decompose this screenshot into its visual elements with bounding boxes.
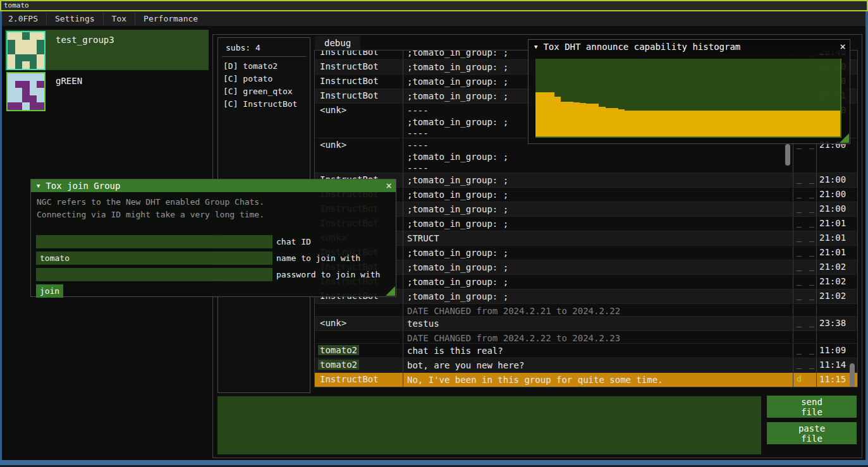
sender-name: tomato2 <box>318 360 359 370</box>
chat-id-label: chat ID <box>276 235 311 248</box>
paste-file-button[interactable]: paste file <box>767 422 857 444</box>
resize-grip[interactable] <box>840 133 849 143</box>
collapse-icon[interactable]: ▼ <box>534 44 537 50</box>
avatar-pixel <box>15 40 23 47</box>
collapse-icon[interactable]: ▼ <box>37 183 40 189</box>
close-icon[interactable]: × <box>386 181 392 191</box>
subs-member[interactable]: [C] potato <box>223 73 310 85</box>
close-icon[interactable]: × <box>840 42 846 52</box>
avatar-pixel <box>22 81 30 88</box>
group-avatar <box>6 31 46 70</box>
histogram-bar <box>644 111 650 136</box>
chat-id-input[interactable] <box>36 235 272 248</box>
histogram-window-titlebar[interactable]: ▼ Tox DHT announce capability histogram … <box>529 40 850 54</box>
sender-name: InstructBot <box>318 61 381 71</box>
avatar-pixel <box>22 73 30 81</box>
join-window-titlebar[interactable]: ▼ Tox join Group × <box>31 179 396 192</box>
sender-cell: <unk> <box>315 317 403 331</box>
delivered-mark: d <box>797 374 803 384</box>
timestamp-cell: 21:01 <box>816 231 847 245</box>
avatar-pixel <box>8 95 15 103</box>
sender-cell: <unk> <box>315 138 403 173</box>
avatar-pixel <box>37 61 44 69</box>
message-input[interactable] <box>217 396 761 454</box>
message-cell: testus <box>403 317 793 331</box>
message-cell: DATE CHANGED from 2024.2.21 to 2024.2.22 <box>403 304 793 316</box>
histogram-bar <box>682 111 688 136</box>
group-item-test_group3[interactable]: test_group3 <box>5 30 209 70</box>
message-cell: ;tomato_in_group: ; <box>403 289 793 303</box>
scrollbar-thumb[interactable] <box>785 144 790 166</box>
avatar-pixel <box>37 81 44 88</box>
avatar-pixel <box>37 88 44 95</box>
sender-name: <unk> <box>318 105 348 115</box>
join-name-input[interactable] <box>36 252 272 265</box>
avatar-pixel <box>30 102 37 110</box>
message-cell: ;tomato_in_group: ; <box>403 188 793 202</box>
timestamp-cell: 11:15 <box>816 373 847 387</box>
histogram-bar <box>561 102 567 136</box>
message-row[interactable]: <unk>testus_ _23:38 <box>315 317 857 331</box>
avatar-pixel <box>30 61 37 69</box>
window-titlebar[interactable]: tomato <box>0 0 868 11</box>
subs-member[interactable]: [C] InstructBot <box>223 98 310 111</box>
histogram-bar <box>618 109 625 136</box>
date-separator-row[interactable]: DATE CHANGED from 2024.2.22 to 2024.2.23 <box>315 331 857 344</box>
histogram-bar <box>802 111 809 136</box>
avatar-pixel <box>15 54 23 62</box>
menu-tox[interactable]: Tox <box>104 11 135 26</box>
resize-grip[interactable] <box>386 286 395 296</box>
histogram-bar <box>726 111 732 136</box>
avatar-pixel <box>37 95 44 103</box>
subs-count: subs: 4 <box>218 38 310 56</box>
timestamp-cell: 11:14 <box>816 358 847 372</box>
send-file-button[interactable]: send file <box>767 396 857 418</box>
avatar-pixel <box>15 32 23 40</box>
app-window: tomato 2.0FPS Settings Tox Performance t… <box>0 0 868 467</box>
histogram-window[interactable]: ▼ Tox DHT announce capability histogram … <box>528 39 850 144</box>
histogram-bar <box>637 111 644 136</box>
status-cell: _ _ <box>793 260 816 274</box>
histogram-bar <box>554 97 561 136</box>
join-password-label: password to join with <box>276 268 380 281</box>
menu-settings[interactable]: Settings <box>47 11 103 26</box>
join-group-window[interactable]: ▼ Tox join Group × NGC refers to the New… <box>30 179 396 297</box>
histogram-bar <box>694 111 700 136</box>
status-cell: _ _ <box>793 246 816 260</box>
join-button[interactable]: join <box>36 284 63 298</box>
histogram-bar <box>606 108 612 136</box>
histogram-bar <box>821 111 828 136</box>
sender-cell: InstructBot <box>315 50 403 59</box>
message-row[interactable]: tomato2chat is this real?_ _11:09 <box>315 344 857 358</box>
avatar-pixel <box>8 73 15 81</box>
window-border <box>865 11 868 467</box>
message-cell: ;tomato_in_group: ; <box>403 217 793 231</box>
histogram-bar <box>612 108 618 136</box>
subs-member[interactable]: [D] tomato2 <box>223 60 310 73</box>
message-row[interactable]: tomato2bot, are you new here?_ _11:14 <box>315 358 857 373</box>
timestamp-cell: 23:38 <box>816 317 847 331</box>
group-item-green[interactable]: gREEN <box>5 71 209 111</box>
sender-cell: tomato2 <box>315 344 403 358</box>
avatar-pixel <box>15 88 23 95</box>
join-window-title: Tox join Group <box>46 181 120 191</box>
tab-debug[interactable]: debug <box>315 36 360 50</box>
join-info-line: NGC refers to the New DHT enabled Group … <box>31 192 396 209</box>
sender-cell: <unk> <box>315 104 403 138</box>
avatar-pixel <box>22 54 30 62</box>
scrollbar-thumb[interactable] <box>850 363 855 387</box>
join-password-input[interactable] <box>36 268 272 281</box>
histogram-bar <box>625 111 631 136</box>
timestamp-cell: 21:00 <box>816 173 847 187</box>
histogram-bar <box>535 92 542 136</box>
avatar-pixel <box>22 61 30 69</box>
avatar-pixel <box>8 81 15 88</box>
subs-member[interactable]: [C] green_qtox <box>223 85 310 98</box>
date-separator-row[interactable]: DATE CHANGED from 2024.2.21 to 2024.2.22 <box>315 304 857 317</box>
avatar-pixel <box>37 73 44 81</box>
menu-performance[interactable]: Performance <box>135 11 206 26</box>
avatar-pixel <box>30 54 37 62</box>
histogram-bar <box>631 111 637 136</box>
message-row[interactable]: InstructBotNo, I've been in this group f… <box>315 373 857 387</box>
sender-name: <unk> <box>318 140 348 150</box>
